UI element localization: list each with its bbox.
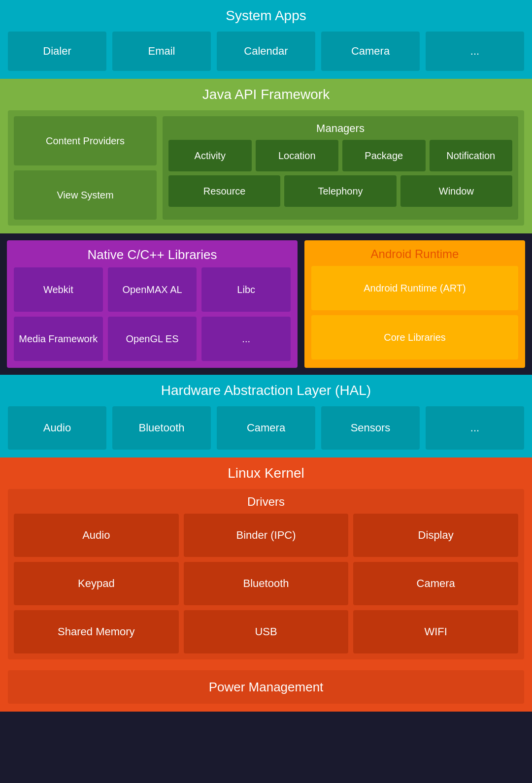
native-runtime-section: Native C/C++ Libraries Webkit OpenMAX AL… bbox=[0, 233, 532, 375]
activity-manager: Activity bbox=[168, 140, 252, 171]
linux-kernel-layer: Linux Kernel Drivers Audio Binder (IPC) … bbox=[0, 457, 532, 712]
managers-grid: Activity Location Package Notification R… bbox=[168, 140, 512, 207]
notification-manager: Notification bbox=[430, 140, 513, 171]
hal-camera-card: Camera bbox=[217, 406, 315, 450]
audio-driver: Audio bbox=[14, 514, 179, 557]
hal-title: Hardware Abstraction Layer (HAL) bbox=[8, 383, 524, 398]
display-driver: Display bbox=[353, 514, 518, 557]
art-card: Android Runtime (ART) bbox=[311, 266, 518, 310]
core-libraries-card: Core Libraries bbox=[311, 315, 518, 359]
java-api-title: Java API Framework bbox=[8, 87, 524, 102]
opengl-card: OpenGL ES bbox=[108, 317, 197, 361]
system-apps-layer: System Apps Dialer Email Calendar Camera… bbox=[0, 0, 532, 79]
package-manager: Package bbox=[342, 140, 426, 171]
media-framework-card: Media Framework bbox=[14, 317, 103, 361]
hal-sensors-card: Sensors bbox=[321, 406, 420, 450]
android-runtime-title: Android Runtime bbox=[311, 247, 518, 261]
managers-row-1: Activity Location Package Notification bbox=[168, 140, 512, 171]
webkit-card: Webkit bbox=[14, 267, 103, 312]
hal-more-card: ... bbox=[426, 406, 524, 450]
dialer-card: Dialer bbox=[8, 32, 106, 71]
native-libs-row-2: Media Framework OpenGL ES ... bbox=[14, 317, 291, 361]
wifi-driver: WIFI bbox=[353, 610, 518, 653]
hal-layer: Hardware Abstraction Layer (HAL) Audio B… bbox=[0, 375, 532, 457]
drivers-row-2: Keypad Bluetooth Camera bbox=[14, 562, 518, 605]
drivers-box: Drivers Audio Binder (IPC) Display Keypa… bbox=[8, 489, 524, 659]
content-providers-card: Content Providers bbox=[14, 116, 157, 165]
java-api-inner: Content Providers View System Managers A… bbox=[8, 110, 524, 226]
email-card: Email bbox=[112, 32, 211, 71]
linux-kernel-title: Linux Kernel bbox=[8, 465, 524, 481]
android-runtime-box: Android Runtime Android Runtime (ART) Co… bbox=[304, 240, 525, 368]
native-more-card: ... bbox=[201, 317, 291, 361]
libc-card: Libc bbox=[201, 267, 291, 312]
native-libs-box: Native C/C++ Libraries Webkit OpenMAX AL… bbox=[7, 240, 298, 368]
drivers-row-1: Audio Binder (IPC) Display bbox=[14, 514, 518, 557]
binder-driver: Binder (IPC) bbox=[184, 514, 349, 557]
more-card: ... bbox=[426, 32, 524, 71]
native-libs-title: Native C/C++ Libraries bbox=[14, 247, 291, 262]
hal-cards: Audio Bluetooth Camera Sensors ... bbox=[8, 406, 524, 450]
camera-card: Camera bbox=[321, 32, 420, 71]
view-system-card: View System bbox=[14, 170, 157, 220]
drivers-row-3: Shared Memory USB WIFI bbox=[14, 610, 518, 653]
native-libs-row-1: Webkit OpenMAX AL Libc bbox=[14, 267, 291, 312]
keypad-driver: Keypad bbox=[14, 562, 179, 605]
telephony-manager: Telephony bbox=[284, 175, 396, 207]
bluetooth-driver: Bluetooth bbox=[184, 562, 349, 605]
java-api-left: Content Providers View System bbox=[14, 116, 157, 220]
managers-row-2: Resource Telephony Window bbox=[168, 175, 512, 207]
system-apps-title: System Apps bbox=[8, 8, 524, 24]
system-apps-cards: Dialer Email Calendar Camera ... bbox=[8, 32, 524, 71]
native-libs-grid: Webkit OpenMAX AL Libc Media Framework O… bbox=[14, 267, 291, 361]
resource-manager: Resource bbox=[168, 175, 280, 207]
hal-audio-card: Audio bbox=[8, 406, 106, 450]
window-manager: Window bbox=[400, 175, 512, 207]
managers-title: Managers bbox=[168, 122, 512, 135]
location-manager: Location bbox=[256, 140, 339, 171]
usb-driver: USB bbox=[184, 610, 349, 653]
hal-bluetooth-card: Bluetooth bbox=[112, 406, 211, 450]
drivers-grid: Audio Binder (IPC) Display Keypad Blueto… bbox=[14, 514, 518, 653]
drivers-title: Drivers bbox=[14, 495, 518, 509]
managers-box: Managers Activity Location Package Notif… bbox=[163, 116, 518, 220]
calendar-card: Calendar bbox=[217, 32, 315, 71]
camera-driver: Camera bbox=[353, 562, 518, 605]
shared-memory-driver: Shared Memory bbox=[14, 610, 179, 653]
openmax-card: OpenMAX AL bbox=[108, 267, 197, 312]
java-api-content: Content Providers View System Managers A… bbox=[14, 116, 518, 220]
power-management-bar: Power Management bbox=[8, 670, 524, 704]
java-api-layer: Java API Framework Content Providers Vie… bbox=[0, 79, 532, 233]
